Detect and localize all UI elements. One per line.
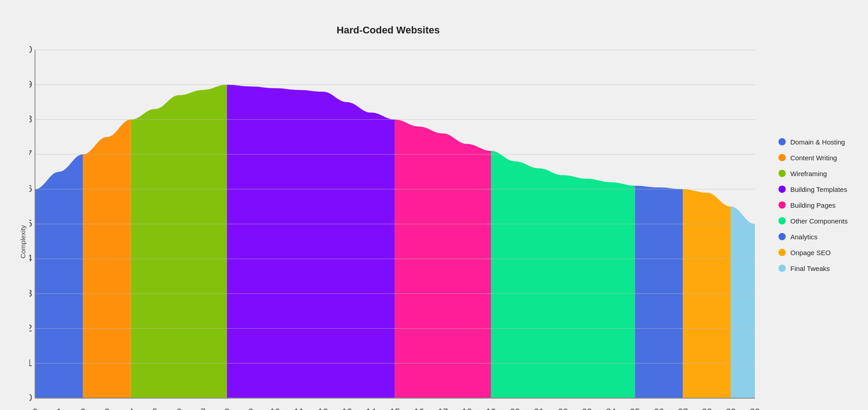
- legend-item: Final Tweaks: [778, 265, 848, 272]
- svg-text:19: 19: [486, 407, 496, 410]
- chart-area: Hard-Coded Websites Complexity 012345678…: [16, 20, 760, 390]
- legend-dot: [778, 154, 786, 161]
- legend-label: Analytics: [790, 233, 817, 241]
- svg-text:8: 8: [29, 113, 32, 125]
- svg-text:11: 11: [294, 407, 304, 410]
- legend-label: Building Pages: [790, 201, 835, 209]
- svg-text:6: 6: [29, 183, 32, 194]
- legend-dot: [778, 186, 786, 193]
- legend-label: Content Writing: [790, 154, 837, 162]
- svg-text:22: 22: [558, 407, 568, 410]
- svg-text:0: 0: [33, 407, 38, 410]
- svg-text:17: 17: [438, 407, 448, 410]
- legend-dot: [778, 233, 786, 240]
- y-axis-label-container: Complexity: [16, 44, 29, 410]
- svg-text:9: 9: [29, 79, 32, 90]
- svg-text:0: 0: [29, 392, 32, 403]
- svg-text:1: 1: [29, 357, 32, 368]
- legend-item: Building Templates: [778, 186, 848, 193]
- svg-text:14: 14: [366, 407, 376, 410]
- legend-dot: [778, 217, 786, 224]
- legend-item: Onpage SEO: [778, 249, 848, 256]
- svg-text:5: 5: [29, 218, 32, 229]
- svg-text:29: 29: [726, 407, 736, 410]
- legend-label: Wireframing: [790, 170, 827, 177]
- legend-item: Domain & Hosting: [778, 138, 848, 146]
- svg-text:21: 21: [534, 407, 544, 410]
- svg-text:15: 15: [390, 407, 400, 410]
- chart-inner: Complexity 01234567891001234567891011121…: [16, 44, 760, 410]
- legend-dot: [778, 170, 786, 177]
- svg-text:4: 4: [128, 407, 133, 410]
- svg-text:5: 5: [152, 407, 157, 410]
- svg-text:7: 7: [200, 407, 205, 410]
- chart-title: Hard-Coded Websites: [16, 20, 760, 36]
- chart-wrapper: Hard-Coded Websites Complexity 012345678…: [16, 20, 852, 390]
- svg-text:26: 26: [654, 407, 664, 410]
- chart-container: Hard-Coded Websites Complexity 012345678…: [0, 0, 868, 410]
- svg-text:7: 7: [29, 148, 32, 159]
- svg-text:12: 12: [318, 407, 328, 410]
- svg-text:16: 16: [414, 407, 424, 410]
- legend-label: Final Tweaks: [790, 265, 830, 272]
- legend-label: Domain & Hosting: [790, 138, 845, 146]
- svg-text:13: 13: [342, 407, 352, 410]
- svg-text:4: 4: [29, 252, 32, 264]
- legend-dot: [778, 265, 786, 272]
- svg-text:2: 2: [80, 407, 85, 410]
- svg-text:1: 1: [57, 407, 61, 410]
- svg-text:6: 6: [176, 407, 181, 410]
- legend-item: Building Pages: [778, 201, 848, 209]
- svg-text:27: 27: [678, 407, 688, 410]
- legend-label: Onpage SEO: [790, 249, 830, 256]
- svg-text:2: 2: [29, 322, 32, 334]
- legend-dot: [778, 249, 786, 256]
- svg-text:24: 24: [606, 407, 616, 410]
- svg-text:30: 30: [750, 407, 760, 410]
- svg-text:28: 28: [702, 407, 712, 410]
- legend-dot: [778, 201, 786, 209]
- svg-text:25: 25: [630, 407, 640, 410]
- svg-text:3: 3: [29, 288, 32, 299]
- legend-item: Wireframing: [778, 170, 848, 177]
- legend-label: Other Components: [790, 217, 848, 225]
- svg-text:10: 10: [29, 44, 32, 55]
- svg-text:18: 18: [462, 407, 472, 410]
- svg-text:23: 23: [582, 407, 592, 410]
- svg-text:20: 20: [510, 407, 520, 410]
- y-axis-label: Complexity: [19, 225, 27, 259]
- chart-svg: 0123456789100123456789101112131415161718…: [29, 44, 760, 410]
- legend-item: Analytics: [778, 233, 848, 241]
- legend-dot: [778, 138, 786, 145]
- legend-item: Content Writing: [778, 154, 848, 162]
- svg-text:3: 3: [104, 407, 109, 410]
- svg-area: 0123456789100123456789101112131415161718…: [29, 44, 760, 410]
- legend-label: Building Templates: [790, 186, 847, 193]
- svg-text:9: 9: [249, 407, 254, 410]
- svg-text:8: 8: [225, 407, 230, 410]
- legend: Domain & HostingContent WritingWireframi…: [760, 138, 852, 272]
- svg-text:10: 10: [270, 407, 280, 410]
- legend-item: Other Components: [778, 217, 848, 225]
